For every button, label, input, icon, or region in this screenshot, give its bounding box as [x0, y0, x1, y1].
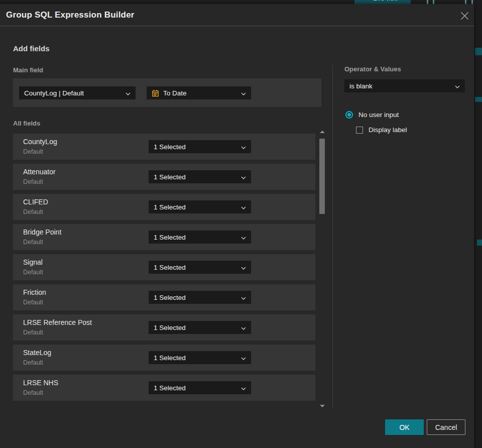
radio-selected-icon: [345, 111, 353, 119]
main-field-select-value: CountyLog | Default: [24, 89, 122, 97]
field-subtitle: Default: [23, 389, 43, 396]
field-selected-dropdown[interactable]: 1 Selected: [149, 170, 251, 183]
field-name: Attenuator: [23, 168, 56, 176]
field-subtitle: Default: [23, 299, 43, 306]
field-subtitle: Default: [23, 178, 43, 185]
scrollbar-thumb[interactable]: [319, 139, 325, 214]
field-name: LRSE NHS: [23, 379, 58, 387]
field-subtitle: Default: [23, 269, 43, 276]
main-field-select[interactable]: CountyLog | Default: [19, 86, 136, 99]
toolbar-fragment-icon: [433, 0, 434, 4]
group-sql-expression-builder-dialog: Group SQL Expression Builder Add fields …: [0, 4, 474, 448]
field-name: Bridge Point: [23, 228, 61, 236]
main-field-date-select[interactable]: To Date: [147, 86, 251, 99]
cancel-button[interactable]: Cancel: [427, 419, 465, 435]
close-icon[interactable]: [459, 10, 470, 21]
main-field-container: CountyLog | Default To Date: [13, 78, 321, 107]
chevron-down-icon: [126, 88, 131, 97]
field-row: LRSE Reference Post Default 1 Selected: [13, 314, 315, 341]
toolbar-fragment-icon: [465, 0, 466, 4]
chevron-down-icon: [455, 81, 460, 90]
background-fragment: [475, 97, 482, 102]
field-selected-value: 1 Selected: [154, 384, 237, 392]
scrollbar-down-arrow-icon[interactable]: [320, 405, 325, 407]
field-name: CLIFED: [23, 198, 48, 206]
field-selected-value: 1 Selected: [154, 143, 237, 151]
field-selected-dropdown[interactable]: 1 Selected: [149, 261, 251, 274]
field-selected-value: 1 Selected: [154, 324, 237, 331]
operator-select[interactable]: is blank: [344, 79, 465, 92]
chevron-down-icon: [241, 233, 246, 242]
calendar-icon: [152, 89, 159, 97]
field-selected-value: 1 Selected: [154, 173, 237, 181]
display-label-checkbox[interactable]: Display label: [356, 126, 407, 134]
field-selected-value: 1 Selected: [154, 264, 237, 271]
dialog-titlebar: Group SQL Expression Builder: [0, 4, 474, 26]
live-view-button: Live view: [354, 0, 411, 4]
field-row: StateLog Default 1 Selected: [13, 345, 315, 371]
field-row: Signal Default 1 Selected: [13, 254, 315, 280]
field-selected-value: 1 Selected: [154, 203, 237, 211]
field-subtitle: Default: [23, 239, 43, 246]
no-user-input-radio[interactable]: No user input: [345, 111, 399, 119]
field-selected-dropdown[interactable]: 1 Selected: [149, 381, 251, 394]
field-selected-dropdown[interactable]: 1 Selected: [149, 140, 251, 153]
chevron-down-icon: [241, 383, 246, 392]
chevron-down-icon: [241, 142, 246, 151]
checkbox-unchecked-icon: [356, 127, 363, 134]
field-selected-dropdown[interactable]: 1 Selected: [149, 200, 251, 213]
panel-divider: [332, 65, 333, 408]
chevron-down-icon: [241, 88, 246, 97]
background-app-right-strip: [474, 0, 482, 448]
operator-select-value: is blank: [349, 82, 451, 90]
scrollbar-up-arrow-icon[interactable]: [320, 131, 325, 133]
field-row: CountyLog Default 1 Selected: [13, 134, 315, 160]
background-fragment: [475, 48, 482, 55]
toolbar-fragment-icon: [471, 0, 473, 4]
chevron-down-icon: [241, 263, 246, 272]
field-selected-dropdown[interactable]: 1 Selected: [149, 321, 251, 334]
main-field-label: Main field: [13, 66, 43, 74]
live-view-label: Live view: [373, 0, 398, 2]
all-fields-label: All fields: [13, 120, 40, 127]
chevron-down-icon: [241, 202, 246, 211]
dialog-title: Group SQL Expression Builder: [6, 10, 135, 20]
chevron-down-icon: [241, 353, 246, 362]
chevron-down-icon: [241, 172, 246, 181]
operator-values-label: Operator & Values: [344, 65, 401, 73]
field-row: CLIFED Default 1 Selected: [13, 194, 315, 220]
chevron-down-icon: [241, 293, 246, 302]
field-selected-dropdown[interactable]: 1 Selected: [149, 291, 251, 304]
display-label-label: Display label: [369, 126, 407, 134]
chevron-down-icon: [241, 323, 246, 332]
main-field-date-value: To Date: [163, 89, 237, 97]
field-name: LRSE Reference Post: [23, 318, 92, 326]
field-subtitle: Default: [23, 359, 43, 366]
no-user-input-label: No user input: [358, 111, 399, 119]
field-selected-dropdown[interactable]: 1 Selected: [149, 351, 251, 364]
field-subtitle: Default: [23, 148, 43, 155]
background-fragment: [477, 240, 482, 246]
field-subtitle: Default: [23, 208, 43, 215]
all-fields-list: CountyLog Default 1 Selected Attenuator …: [13, 134, 315, 401]
field-name: StateLog: [23, 349, 51, 357]
ok-button[interactable]: OK: [385, 419, 424, 435]
field-row: Friction Default 1 Selected: [13, 284, 315, 310]
field-selected-value: 1 Selected: [154, 294, 237, 301]
field-row: Attenuator Default 1 Selected: [13, 164, 315, 190]
field-selected-dropdown[interactable]: 1 Selected: [149, 231, 251, 244]
field-row: Bridge Point Default 1 Selected: [13, 224, 315, 250]
field-name: Friction: [23, 288, 46, 296]
field-selected-value: 1 Selected: [154, 234, 237, 241]
add-fields-heading: Add fields: [13, 44, 50, 53]
background-app-top-strip: Live view: [0, 0, 482, 4]
field-subtitle: Default: [23, 329, 43, 336]
field-name: CountyLog: [23, 138, 57, 146]
field-row: LRSE NHS Default 1 Selected: [13, 375, 315, 401]
field-name: Signal: [23, 258, 43, 266]
toolbar-fragment-icon: [427, 0, 428, 4]
field-selected-value: 1 Selected: [154, 354, 237, 362]
